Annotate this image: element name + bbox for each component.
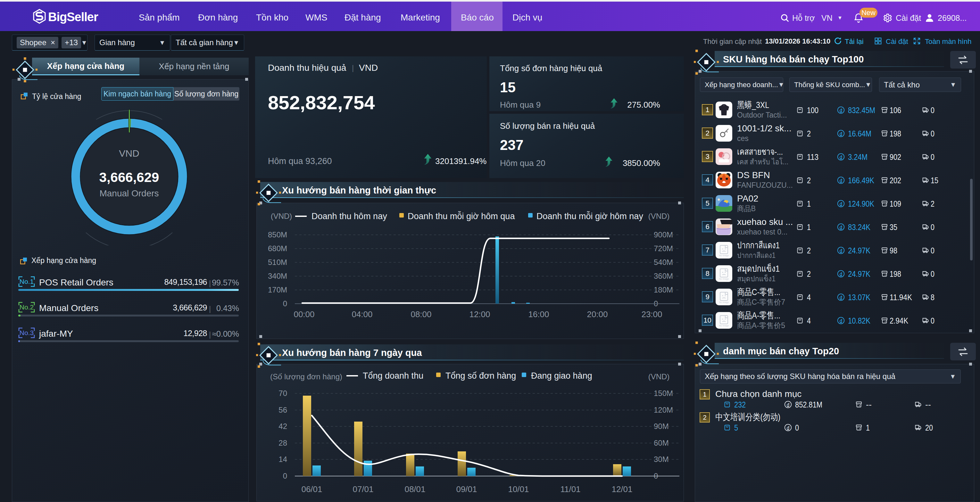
svg-text:(VND): (VND) bbox=[271, 212, 292, 221]
svg-text:đ: đ bbox=[787, 425, 790, 431]
svg-text:(VND): (VND) bbox=[648, 212, 670, 221]
svg-text:xuehao sku ...: xuehao sku ... bbox=[737, 217, 793, 227]
svg-text:04:00: 04:00 bbox=[352, 310, 372, 319]
svg-text:30M: 30M bbox=[654, 455, 669, 464]
svg-text:Tổng số đơn hàng: Tổng số đơn hàng bbox=[445, 371, 516, 381]
svg-text:0: 0 bbox=[283, 472, 287, 480]
svg-text:2: 2 bbox=[807, 129, 811, 138]
svg-text:商品B: 商品B bbox=[737, 204, 756, 213]
svg-text:70: 70 bbox=[278, 389, 287, 397]
svg-text:23:00: 23:00 bbox=[641, 310, 662, 319]
svg-text:15: 15 bbox=[931, 176, 938, 185]
svg-text:0: 0 bbox=[795, 423, 799, 432]
svg-text:เคส สำหรับ ไอโ...: เคส สำหรับ ไอโ... bbox=[737, 157, 788, 166]
svg-text:10/01: 10/01 bbox=[508, 485, 529, 494]
svg-text:3.24M: 3.24M bbox=[848, 152, 867, 162]
svg-text:16.64M: 16.64M bbox=[848, 129, 871, 138]
svg-text:1001-1/2 sk...: 1001-1/2 sk... bbox=[737, 123, 792, 133]
svg-text:10.82K: 10.82K bbox=[848, 316, 871, 326]
svg-text:中文培训分类(勿动): 中文培训分类(勿动) bbox=[715, 412, 780, 422]
svg-text:黑蟒_3XL: 黑蟒_3XL bbox=[737, 100, 769, 110]
svg-text:ปากกาสีแดง1: ปากกาสีแดง1 bbox=[737, 240, 780, 250]
svg-text:170M: 170M bbox=[268, 286, 287, 294]
svg-text:ปากกาสีแดง1: ปากกาสีแดง1 bbox=[737, 251, 776, 259]
svg-text:902: 902 bbox=[889, 152, 901, 162]
svg-text:113: 113 bbox=[807, 152, 818, 162]
svg-text:สมุดปกแข็ง1: สมุดปกแข็ง1 bbox=[737, 263, 780, 274]
svg-text:1: 1 bbox=[807, 199, 811, 208]
svg-text:1: 1 bbox=[703, 391, 706, 398]
svg-text:832.45M: 832.45M bbox=[848, 105, 875, 115]
svg-text:0: 0 bbox=[931, 246, 934, 255]
svg-text:98: 98 bbox=[889, 246, 897, 255]
svg-text:Đang giao hàng: Đang giao hàng bbox=[531, 371, 592, 381]
svg-text:1: 1 bbox=[705, 106, 709, 114]
svg-text:2: 2 bbox=[807, 176, 811, 185]
svg-text:4: 4 bbox=[705, 176, 709, 184]
svg-text:100: 100 bbox=[807, 105, 818, 115]
svg-text:đ: đ bbox=[787, 402, 790, 407]
svg-text:DS BFN: DS BFN bbox=[737, 170, 770, 180]
svg-text:Chưa chọn danh mục: Chưa chọn danh mục bbox=[715, 389, 802, 399]
svg-text:(Số lượng đơn hàng): (Số lượng đơn hàng) bbox=[270, 372, 342, 381]
svg-text:2.94K: 2.94K bbox=[889, 316, 908, 326]
svg-text:No Image: No Image bbox=[719, 301, 729, 304]
svg-text:12/01: 12/01 bbox=[611, 485, 632, 494]
svg-text:1: 1 bbox=[866, 423, 870, 432]
svg-text:เคสสายชาจ-...: เคสสายชาจ-... bbox=[737, 147, 783, 157]
svg-text:42: 42 bbox=[278, 422, 287, 431]
svg-text:8: 8 bbox=[705, 269, 709, 277]
svg-text:Doanh thu mỗi giờ hôm nay: Doanh thu mỗi giờ hôm nay bbox=[536, 211, 643, 221]
svg-text:--: -- bbox=[866, 400, 872, 410]
svg-text:850M: 850M bbox=[268, 230, 287, 239]
svg-text:5: 5 bbox=[705, 199, 709, 207]
svg-text:09/01: 09/01 bbox=[456, 485, 477, 494]
svg-text:สมุดปกแข็ง1: สมุดปกแข็ง1 bbox=[737, 274, 776, 283]
svg-text:FANFUZOUZU...: FANFUZOUZU... bbox=[737, 181, 793, 189]
svg-text:00:00: 00:00 bbox=[294, 310, 314, 319]
svg-text:202: 202 bbox=[889, 176, 901, 185]
svg-text:340M: 340M bbox=[268, 272, 287, 280]
svg-text:5: 5 bbox=[734, 423, 738, 432]
svg-text:109: 109 bbox=[889, 199, 901, 208]
svg-text:商品A-零售价5: 商品A-零售价5 bbox=[737, 321, 785, 330]
svg-text:No Image: No Image bbox=[719, 254, 729, 257]
svg-text:106: 106 bbox=[889, 105, 901, 115]
svg-text:(VND): (VND) bbox=[648, 372, 670, 381]
svg-text:35: 35 bbox=[889, 222, 897, 232]
svg-text:90M: 90M bbox=[654, 422, 669, 431]
svg-text:0: 0 bbox=[931, 222, 934, 232]
svg-text:852.81M: 852.81M bbox=[795, 400, 822, 410]
svg-text:--: -- bbox=[925, 400, 931, 410]
svg-text:No.1: No.1 bbox=[19, 278, 33, 285]
svg-text:60M: 60M bbox=[654, 438, 669, 447]
svg-text:1: 1 bbox=[807, 222, 811, 232]
svg-text:06/01: 06/01 bbox=[301, 485, 322, 494]
svg-text:No Image: No Image bbox=[719, 324, 729, 327]
svg-text:No Image: No Image bbox=[719, 278, 729, 280]
svg-text:83.24K: 83.24K bbox=[848, 222, 871, 232]
svg-text:08/01: 08/01 bbox=[404, 485, 425, 494]
svg-text:3: 3 bbox=[705, 153, 709, 160]
svg-text:10: 10 bbox=[703, 316, 711, 324]
svg-text:2: 2 bbox=[931, 199, 934, 208]
svg-text:12:00: 12:00 bbox=[469, 310, 490, 319]
svg-text:Tổng doanh thu: Tổng doanh thu bbox=[363, 371, 423, 381]
svg-text:4: 4 bbox=[807, 292, 811, 302]
svg-text:24.97K: 24.97K bbox=[848, 269, 871, 279]
svg-text:28: 28 bbox=[278, 438, 287, 447]
svg-text:Outdoor Tacti...: Outdoor Tacti... bbox=[737, 111, 787, 119]
svg-text:14: 14 bbox=[278, 455, 287, 464]
svg-text:24.97K: 24.97K bbox=[848, 246, 871, 255]
svg-text:0: 0 bbox=[283, 299, 287, 308]
svg-text:07/01: 07/01 bbox=[353, 485, 373, 494]
svg-text:No.3: No.3 bbox=[19, 329, 33, 336]
svg-text:16:00: 16:00 bbox=[528, 310, 549, 319]
svg-text:2: 2 bbox=[705, 129, 709, 137]
svg-text:商品A-零售...: 商品A-零售... bbox=[737, 310, 780, 320]
svg-text:2: 2 bbox=[807, 269, 811, 279]
svg-text:商品C-零售价7: 商品C-零售价7 bbox=[737, 298, 785, 306]
svg-text:510M: 510M bbox=[268, 258, 287, 267]
svg-text:0: 0 bbox=[931, 269, 934, 279]
svg-text:0: 0 bbox=[931, 152, 934, 162]
